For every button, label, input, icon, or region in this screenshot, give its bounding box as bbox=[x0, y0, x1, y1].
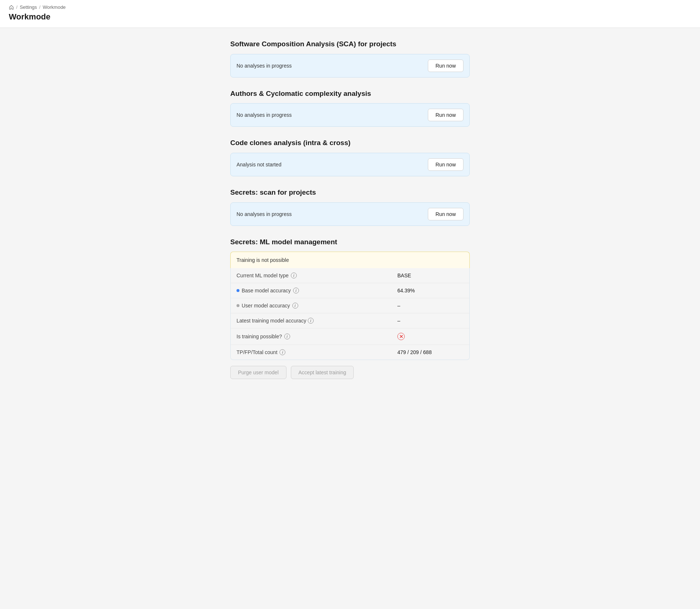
ml-actions: Purge user model Accept latest training bbox=[230, 366, 470, 379]
sca-run-now-button[interactable]: Run now bbox=[428, 60, 463, 72]
ml-value-model-type: BASE bbox=[397, 273, 463, 278]
sca-card: No analyses in progress Run now bbox=[230, 54, 470, 78]
ml-section: Secrets: ML model management Training is… bbox=[230, 238, 470, 379]
ml-value-count: 479 / 209 / 688 bbox=[397, 349, 463, 355]
ml-label-user-accuracy: User model accuracy i bbox=[237, 303, 397, 309]
info-icon-user-accuracy[interactable]: i bbox=[292, 303, 298, 309]
sca-section-title: Software Composition Analysis (SCA) for … bbox=[230, 40, 470, 49]
secrets-scan-section-title: Secrets: scan for projects bbox=[230, 188, 470, 197]
ml-label-training-possible: Is training possible? i bbox=[237, 334, 397, 339]
breadcrumb-current: Workmode bbox=[43, 4, 66, 10]
dot-gray-icon bbox=[237, 304, 239, 307]
ml-row-latest-accuracy: Latest training model accuracy i – bbox=[231, 313, 469, 328]
ml-row-model-type: Current ML model type i BASE bbox=[231, 268, 469, 283]
code-clones-section: Code clones analysis (intra & cross) Ana… bbox=[230, 138, 470, 176]
ml-row-base-accuracy: Base model accuracy i 64.39% bbox=[231, 283, 469, 298]
sca-status: No analyses in progress bbox=[237, 63, 292, 69]
ml-row-user-accuracy: User model accuracy i – bbox=[231, 298, 469, 313]
authors-section: Authors & Cyclomatic complexity analysis… bbox=[230, 89, 470, 127]
ml-label-model-type-text: Current ML model type bbox=[237, 273, 289, 278]
ml-label-model-type: Current ML model type i bbox=[237, 273, 397, 278]
ml-label-latest-accuracy-text: Latest training model accuracy bbox=[237, 318, 306, 324]
page-header: / Settings / Workmode Workmode bbox=[0, 0, 700, 28]
ml-warning-card: Training is not possible bbox=[230, 252, 470, 268]
code-clones-section-title: Code clones analysis (intra & cross) bbox=[230, 138, 470, 148]
authors-card: No analyses in progress Run now bbox=[230, 103, 470, 127]
ml-row-count: TP/FP/Total count i 479 / 209 / 688 bbox=[231, 345, 469, 360]
breadcrumb-settings-link[interactable]: Settings bbox=[20, 4, 37, 10]
ml-label-count-text: TP/FP/Total count bbox=[237, 349, 277, 355]
home-icon bbox=[9, 5, 14, 10]
secrets-scan-status: No analyses in progress bbox=[237, 211, 292, 217]
breadcrumb: / Settings / Workmode bbox=[9, 4, 691, 10]
ml-value-user-accuracy: – bbox=[397, 303, 463, 309]
info-icon-model-type[interactable]: i bbox=[291, 273, 297, 278]
dot-blue-icon bbox=[237, 289, 239, 292]
authors-section-title: Authors & Cyclomatic complexity analysis bbox=[230, 89, 470, 98]
sca-section: Software Composition Analysis (SCA) for … bbox=[230, 40, 470, 78]
authors-run-now-button[interactable]: Run now bbox=[428, 109, 463, 121]
secrets-scan-run-now-button[interactable]: Run now bbox=[428, 208, 463, 220]
breadcrumb-separator-1: / bbox=[16, 4, 18, 10]
authors-status: No analyses in progress bbox=[237, 112, 292, 118]
info-icon-training-possible[interactable]: i bbox=[284, 334, 290, 339]
ml-row-training-possible: Is training possible? i ✕ bbox=[231, 328, 469, 345]
secrets-scan-card: No analyses in progress Run now bbox=[230, 202, 470, 226]
ml-label-base-accuracy: Base model accuracy i bbox=[237, 288, 397, 293]
purge-user-model-button[interactable]: Purge user model bbox=[230, 366, 286, 379]
ml-section-title: Secrets: ML model management bbox=[230, 238, 470, 247]
page-title: Workmode bbox=[9, 12, 691, 22]
ml-label-latest-accuracy: Latest training model accuracy i bbox=[237, 318, 397, 324]
info-icon-base-accuracy[interactable]: i bbox=[293, 288, 299, 293]
main-content: Software Composition Analysis (SCA) for … bbox=[221, 28, 479, 413]
info-icon-count[interactable]: i bbox=[279, 349, 285, 355]
ml-label-count: TP/FP/Total count i bbox=[237, 349, 397, 355]
ml-value-latest-accuracy: – bbox=[397, 318, 463, 324]
secrets-scan-section: Secrets: scan for projects No analyses i… bbox=[230, 188, 470, 226]
info-icon-latest-accuracy[interactable]: i bbox=[308, 318, 314, 324]
ml-warning-text: Training is not possible bbox=[237, 257, 289, 263]
ml-value-training-possible: ✕ bbox=[397, 333, 463, 340]
cross-icon: ✕ bbox=[397, 333, 405, 340]
ml-label-base-accuracy-text: Base model accuracy bbox=[242, 288, 291, 293]
code-clones-card: Analysis not started Run now bbox=[230, 153, 470, 176]
ml-value-base-accuracy: 64.39% bbox=[397, 288, 463, 293]
breadcrumb-separator-2: / bbox=[39, 4, 41, 10]
accept-latest-training-button[interactable]: Accept latest training bbox=[291, 366, 354, 379]
ml-table: Current ML model type i BASE Base model … bbox=[230, 268, 470, 360]
code-clones-status: Analysis not started bbox=[237, 162, 281, 167]
ml-label-user-accuracy-text: User model accuracy bbox=[242, 303, 290, 309]
code-clones-run-now-button[interactable]: Run now bbox=[428, 158, 463, 171]
ml-label-training-possible-text: Is training possible? bbox=[237, 334, 282, 339]
